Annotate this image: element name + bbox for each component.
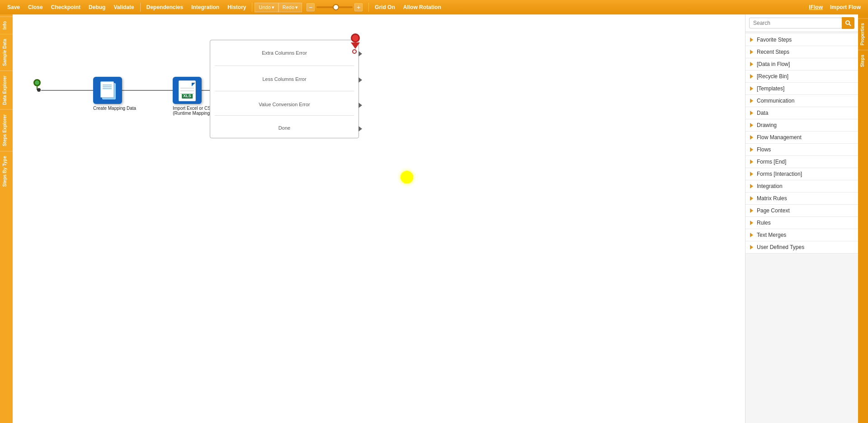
step-category-communication[interactable]: Communication (745, 95, 858, 107)
step-category-integration[interactable]: Integration (745, 180, 858, 193)
zoom-slider[interactable] (316, 6, 353, 8)
step-category-label: [Templates] (757, 85, 784, 92)
divider-2 (252, 3, 252, 12)
expand-arrow-icon (750, 196, 753, 201)
sidebar-tab-info[interactable]: Info (0, 16, 13, 34)
allow-rotation-button[interactable]: Allow Rotation (400, 2, 445, 12)
step-category-forms--interaction-[interactable]: Forms [Interaction] (745, 168, 858, 180)
search-button[interactable] (842, 17, 854, 29)
step-category-matrix-rules[interactable]: Matrix Rules (745, 193, 858, 205)
canvas-area[interactable]: Create Mapping Data XLS (13, 14, 745, 423)
start-pin-circle (33, 79, 41, 86)
expand-arrow-icon (750, 172, 753, 176)
expand-arrow-icon (750, 99, 753, 103)
properties-tab-bar: Properties Steps (858, 14, 868, 423)
dependencies-button[interactable]: Dependencies (143, 2, 187, 12)
value-conversion-error-arrow (359, 103, 362, 108)
svg-line-16 (849, 24, 851, 26)
zoom-control: − + (307, 3, 363, 11)
step-category-label: Matrix Rules (757, 195, 787, 202)
main-layout: Info Sample Data Data Explorer Steps Exp… (0, 14, 868, 423)
zoom-in-button[interactable]: + (354, 3, 363, 11)
step-category-page-context[interactable]: Page Context (745, 205, 858, 217)
redo-label: Redo (283, 5, 294, 10)
steps-v-tab[interactable]: Steps (858, 50, 868, 71)
expand-arrow-icon (750, 86, 753, 91)
undo-button[interactable]: Undo ▾ (255, 3, 278, 12)
expand-arrow-icon (750, 111, 753, 115)
search-icon (845, 20, 851, 26)
undo-chevron-icon: ▾ (272, 5, 274, 10)
red-pin (351, 33, 360, 49)
debug-button[interactable]: Debug (85, 2, 109, 12)
validate-button[interactable]: Validate (110, 2, 137, 12)
step-category-label: Favorite Steps (757, 37, 792, 43)
divider-1 (140, 3, 141, 12)
sidebar-tab-steps-explorer[interactable]: Steps Explorer (0, 109, 13, 151)
step-category-label: Forms [End] (757, 159, 786, 165)
separator-2 (215, 91, 354, 91)
step-category-data[interactable]: Data (745, 107, 858, 119)
flow-diagram: Create Mapping Data XLS (13, 14, 745, 423)
step-category-label: Drawing (757, 122, 777, 128)
step-category-flow-management[interactable]: Flow Management (745, 132, 858, 144)
step-category-label: Flow Management (757, 134, 802, 141)
separator-3 (215, 115, 354, 116)
expand-arrow-icon (750, 147, 753, 152)
step-category-label: Text Merges (757, 232, 786, 238)
less-columns-error-label: Less Columns Error (262, 76, 306, 82)
step-category--recycle-bin-[interactable]: [Recycle Bin] (745, 70, 858, 83)
redo-button[interactable]: Redo ▾ (278, 3, 302, 12)
step-category-label: Page Context (757, 207, 790, 214)
step-category-rules[interactable]: Rules (745, 217, 858, 229)
step-category-recent-steps[interactable]: Recent Steps (745, 46, 858, 58)
import-excel-sublabel: (Runtime Mappings) (173, 111, 214, 116)
step-category-label: Flows (757, 146, 771, 153)
steps-list: Favorite StepsRecent Steps[Data in Flow]… (745, 32, 858, 423)
step-category--templates-[interactable]: [Templates] (745, 83, 858, 95)
step-category-label: Communication (757, 98, 794, 104)
step-category--data-in-flow-[interactable]: [Data in Flow] (745, 58, 858, 70)
checkpoint-button[interactable]: Checkpoint (47, 2, 84, 12)
search-input[interactable] (749, 18, 842, 28)
step-category-forms--end-[interactable]: Forms [End] (745, 156, 858, 168)
sidebar-tab-data-explorer[interactable]: Data Explorer (0, 70, 13, 109)
expand-arrow-icon (750, 62, 753, 66)
history-button[interactable]: History (224, 2, 250, 12)
connector-output-box: Extra Columns Error Less Columns Error V… (210, 40, 359, 138)
expand-arrow-icon (750, 38, 753, 42)
import-excel-label: Import Excel or CSV (173, 106, 214, 111)
expand-arrow-icon (750, 221, 753, 225)
step-category-label: Recent Steps (757, 49, 789, 55)
grid-on-button[interactable]: Grid On (371, 2, 399, 12)
import-excel-node[interactable]: XLS Import Excel or CSV (Runtime Mapping… (173, 77, 214, 116)
done-label: Done (278, 125, 290, 131)
step-category-label: Rules (757, 220, 771, 226)
integration-button[interactable]: Integration (188, 2, 223, 12)
left-sidebar: Info Sample Data Data Explorer Steps Exp… (0, 14, 13, 423)
step-category-drawing[interactable]: Drawing (745, 119, 858, 132)
redo-chevron-icon: ▾ (295, 5, 298, 10)
create-mapping-node[interactable]: Create Mapping Data (93, 77, 136, 111)
save-button[interactable]: Save (4, 2, 24, 12)
expand-arrow-icon (750, 74, 753, 79)
toolbar-right: IFlow Import Flow (809, 2, 864, 12)
step-category-label: Data (757, 110, 768, 116)
properties-tab[interactable]: Properties (858, 18, 868, 50)
expand-arrow-icon (750, 233, 753, 237)
step-category-favorite-steps[interactable]: Favorite Steps (745, 34, 858, 46)
sidebar-tab-sample-data[interactable]: Sample Data (0, 34, 13, 70)
red-pin-circle (351, 33, 360, 42)
steps-panel: Favorite StepsRecent Steps[Data in Flow]… (745, 14, 858, 423)
right-panel: Favorite StepsRecent Steps[Data in Flow]… (745, 14, 868, 423)
step-category-flows[interactable]: Flows (745, 144, 858, 156)
iflow-link[interactable]: IFlow (809, 4, 823, 10)
step-category-text-merges[interactable]: Text Merges (745, 229, 858, 241)
extra-columns-error-arrow (359, 51, 362, 56)
close-button[interactable]: Close (24, 2, 47, 12)
undo-label: Undo (259, 5, 270, 10)
zoom-out-button[interactable]: − (307, 3, 315, 11)
step-category-user-defined-types[interactable]: User Defined Types (745, 241, 858, 254)
sidebar-tab-steps-by-type[interactable]: Steps By Type (0, 151, 13, 191)
import-flow-button[interactable]: Import Flow (826, 2, 864, 12)
